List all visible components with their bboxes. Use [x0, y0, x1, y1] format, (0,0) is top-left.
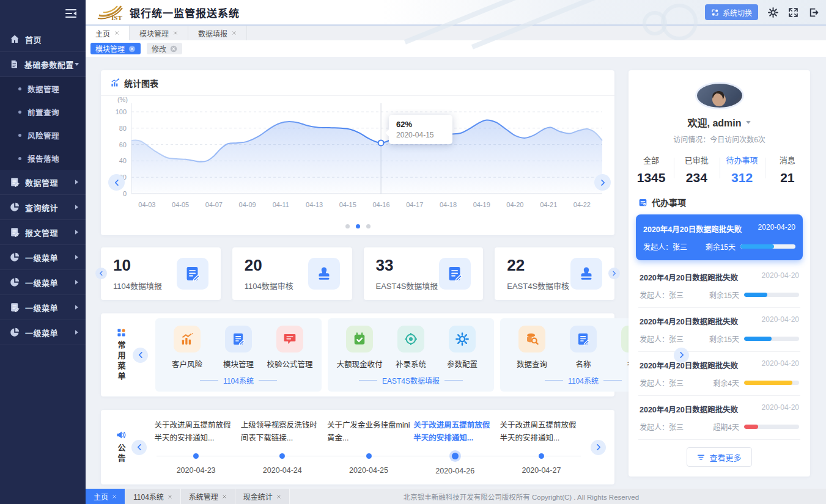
close-icon[interactable]	[112, 494, 117, 499]
top-header: IST 银行统一监管报送系统 系统切换	[86, 0, 826, 26]
user-stat[interactable]: 全部 1345	[629, 154, 674, 185]
logout-icon[interactable]	[808, 7, 819, 18]
sidebar-item[interactable]: 一级菜单	[0, 295, 86, 320]
sidebar-item[interactable]: 报文管理	[0, 220, 86, 245]
announcements-prev-button[interactable]	[131, 440, 147, 455]
sidebar-item[interactable]: 数据管理	[0, 170, 86, 195]
grid-menu-icon	[117, 328, 126, 337]
sidebar-item[interactable]: 基础参数配置	[0, 52, 86, 77]
todo-remaining: 剩余4天	[713, 378, 739, 388]
user-stat-label: 待办事项	[726, 154, 758, 166]
footer-tab[interactable]: 1104系统	[125, 489, 181, 504]
quick-menu-item[interactable]: 数据查询	[506, 326, 558, 370]
todo-item[interactable]: 2020年4月20日数据跑批失败 2020-04-20 发起人：张三 剩余15天	[638, 308, 800, 352]
sidebar-item[interactable]: 首页	[0, 27, 86, 52]
close-icon[interactable]	[276, 494, 281, 499]
user-stat[interactable]: 待办事项 312	[720, 154, 765, 185]
sidebar-item-label: 数据管理	[25, 177, 73, 188]
carousel-dot[interactable]	[345, 224, 350, 228]
filter-chip[interactable]: 模块管理	[90, 43, 141, 54]
announcement-date: 2020-04-23	[177, 466, 216, 475]
collapse-menu-icon[interactable]	[65, 9, 77, 18]
chip-close-icon[interactable]	[128, 45, 136, 53]
user-stat-label: 全部	[643, 154, 659, 166]
quick-menu-next-button[interactable]	[674, 348, 689, 363]
quick-menu-item[interactable]: 大额现金收付	[334, 326, 385, 370]
sidebar-item[interactable]: 一级菜单	[0, 320, 86, 345]
announcements-next-button[interactable]	[591, 440, 606, 455]
filter-chip[interactable]: 修改	[147, 43, 182, 54]
announcement-title[interactable]: 关于改进周五提前放假半天的安排通知...	[500, 419, 583, 447]
sidebar-item[interactable]: 前置查询	[0, 100, 86, 123]
carousel-dot[interactable]	[366, 224, 371, 228]
announcement-title[interactable]: 上级领导视察反洗钱时间表下载链接...	[241, 419, 324, 447]
caret-right-icon	[73, 229, 79, 235]
timeline-dot	[279, 453, 285, 459]
user-caret-down-icon[interactable]	[745, 119, 751, 125]
todo-progress-bar	[740, 244, 795, 249]
close-icon[interactable]	[168, 494, 172, 499]
quick-menu-item[interactable]: 模块管理	[213, 326, 264, 370]
user-stat[interactable]: 消息 21	[765, 154, 810, 185]
carousel-dot-active[interactable]	[356, 224, 360, 228]
avatar[interactable]	[697, 84, 742, 108]
svg-text:04-16: 04-16	[372, 201, 389, 208]
footer-tab[interactable]: 主页	[86, 489, 125, 504]
sidebar-item[interactable]: 一级菜单	[0, 270, 86, 295]
caret-right-icon	[73, 279, 79, 285]
quick-menu-item[interactable]: 参数配置	[437, 326, 488, 370]
kpi-card[interactable]: 10 1104数据填报	[101, 247, 221, 300]
announcement-item: 关于广发金业务挂盘mini黄金... 2020-04-25	[325, 417, 411, 478]
svg-text:04-15: 04-15	[339, 201, 356, 208]
sidebar-item[interactable]: 风险管理	[0, 123, 86, 147]
announcement-title[interactable]: 关于改进周五提前放假半天的安排通知...	[413, 419, 496, 447]
todo-item[interactable]: 2020年4月20日数据跑批失败 2020-04-20 发起人：张三 剩余15天	[636, 214, 803, 260]
close-icon[interactable]	[222, 494, 227, 499]
sidebar-item[interactable]: 报告落地	[0, 147, 86, 170]
sidebar-item[interactable]: 查询统计	[0, 195, 86, 220]
settings-gear-icon[interactable]	[768, 7, 778, 18]
welcome-text: 欢迎, admin	[687, 115, 741, 130]
page-tab[interactable]: 数据填报	[188, 26, 247, 40]
todo-sponsor: 发起人：张三	[640, 378, 684, 388]
kpi-prev-button[interactable]	[95, 268, 107, 279]
sidebar-item-label: 一级菜单	[25, 277, 73, 288]
kpi-card[interactable]: 33 EAST4S数据填报	[364, 247, 484, 300]
system-switch-button[interactable]: 系统切换	[705, 4, 758, 20]
todo-item[interactable]: 2020年4月20日数据跑批失败 2020-04-20 发起人：张三 剩余4天	[638, 352, 800, 396]
calendar-check-icon	[346, 326, 373, 352]
kpi-card[interactable]: 20 1104数据审核	[232, 247, 352, 300]
footer-tab[interactable]: 现金统计	[235, 489, 290, 504]
close-icon[interactable]	[173, 31, 178, 35]
page-tab[interactable]: 模块管理	[130, 26, 188, 40]
quick-menu-item[interactable]: 客户风险	[161, 326, 213, 370]
doc-edit-icon	[225, 326, 252, 352]
sidebar-item[interactable]: 一级菜单	[0, 245, 86, 270]
kpi-next-button[interactable]	[608, 268, 620, 279]
todo-section-title: 代办事项	[652, 196, 686, 208]
close-icon[interactable]	[232, 31, 237, 35]
view-more-button[interactable]: 查看更多	[687, 447, 751, 467]
quick-menu-prev-button[interactable]	[133, 348, 148, 363]
announcement-title[interactable]: 关于改进周五提前放假半天的安排通知...	[155, 419, 238, 447]
quick-menu-item[interactable]: 校验公式管理	[264, 326, 315, 370]
line-chart[interactable]: 020406080100(%)04-0304-0504-0704-0904-11…	[101, 96, 614, 222]
todo-item[interactable]: 2020年4月20日数据跑批失败 2020-04-20 发起人：张三 超期4天	[638, 396, 800, 440]
kpi-card[interactable]: 22 EAST4S数据审核	[495, 247, 614, 300]
svg-text:0: 0	[123, 190, 127, 197]
todo-item[interactable]: 2020年4月20日数据跑批失败 2020-04-20 发起人：张三 剩余15天	[638, 264, 800, 308]
close-icon[interactable]	[114, 31, 119, 35]
quick-menu-item[interactable]: 名称	[558, 326, 609, 370]
quick-menu-item[interactable]: 补录系统	[385, 326, 437, 370]
user-stat[interactable]: 已审批 234	[674, 154, 719, 185]
todo-remaining: 剩余15天	[706, 241, 736, 252]
footer-tab[interactable]: 系统管理	[181, 489, 235, 504]
page-tab[interactable]: 主页	[86, 26, 130, 40]
chip-close-icon[interactable]	[170, 45, 177, 53]
announcement-title[interactable]: 关于广发金业务挂盘mini黄金...	[327, 419, 410, 447]
chart-prev-button[interactable]	[108, 174, 125, 191]
chart-next-button[interactable]	[594, 174, 611, 191]
pie-icon	[10, 327, 20, 337]
sidebar-item[interactable]: 数据管理	[0, 77, 86, 100]
fullscreen-icon[interactable]	[788, 7, 798, 18]
